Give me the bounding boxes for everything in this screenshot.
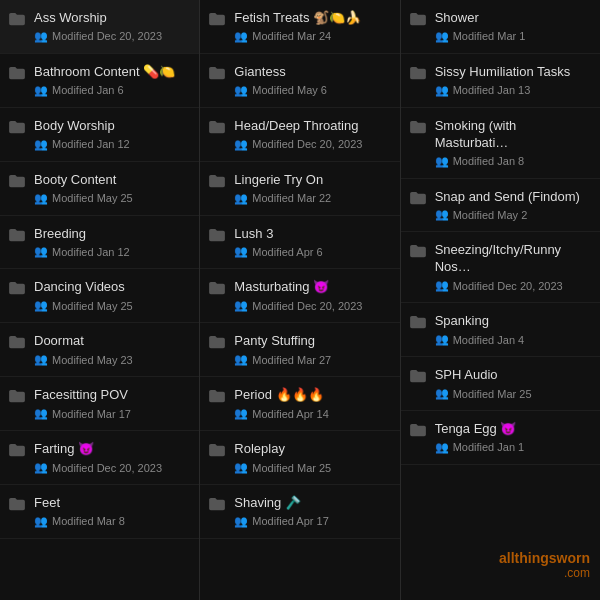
item-title: Fetish Treats 🐒🍋🍌 <box>234 10 391 27</box>
item-content: Sneezing/Itchy/Runny Nos…👥Modified Dec 2… <box>435 242 592 292</box>
list-item[interactable]: Head/Deep Throating👥Modified Dec 20, 202… <box>200 108 399 162</box>
list-item[interactable]: Breeding👥Modified Jan 12 <box>0 216 199 270</box>
list-item[interactable]: Doormat👥Modified May 23 <box>0 323 199 377</box>
list-item[interactable]: Feet👥Modified Mar 8 <box>0 485 199 539</box>
list-item[interactable]: Body Worship👥Modified Jan 12 <box>0 108 199 162</box>
item-title: Sissy Humiliation Tasks <box>435 64 592 81</box>
item-title: Shaving 🪒 <box>234 495 391 512</box>
item-meta: 👥Modified Dec 20, 2023 <box>34 461 191 474</box>
item-meta: 👥Modified Mar 25 <box>435 387 592 400</box>
people-icon: 👥 <box>234 515 248 528</box>
item-modified-date: Modified Apr 17 <box>252 515 328 527</box>
list-item[interactable]: Lush 3👥Modified Apr 6 <box>200 216 399 270</box>
item-title: Feet <box>34 495 191 512</box>
item-content: Giantess👥Modified May 6 <box>234 64 391 97</box>
list-item[interactable]: Facesitting POV👥Modified Mar 17 <box>0 377 199 431</box>
folder-icon <box>8 66 26 80</box>
item-title: Masturbating 😈 <box>234 279 391 296</box>
people-icon: 👥 <box>34 299 48 312</box>
item-modified-date: Modified Mar 27 <box>252 354 331 366</box>
item-title: Facesitting POV <box>34 387 191 404</box>
item-title: Roleplay <box>234 441 391 458</box>
item-content: Lingerie Try On👥Modified Mar 22 <box>234 172 391 205</box>
people-icon: 👥 <box>34 138 48 151</box>
item-modified-date: Modified Mar 8 <box>52 515 125 527</box>
list-item[interactable]: Bathroom Content 💊🍋👥Modified Jan 6 <box>0 54 199 108</box>
list-item[interactable]: Masturbating 😈👥Modified Dec 20, 2023 <box>200 269 399 323</box>
list-item[interactable]: Shaving 🪒👥Modified Apr 17 <box>200 485 399 539</box>
list-item[interactable]: Snap and Send (Findom)👥Modified May 2 <box>401 179 600 233</box>
list-item[interactable]: Ass Worship👥Modified Dec 20, 2023 <box>0 0 199 54</box>
folder-icon <box>8 281 26 295</box>
list-item[interactable]: SPH Audio👥Modified Mar 25 <box>401 357 600 411</box>
list-item[interactable]: Roleplay👥Modified Mar 25 <box>200 431 399 485</box>
folder-icon <box>409 12 427 26</box>
item-content: Smoking (with Masturbati…👥Modified Jan 8 <box>435 118 592 168</box>
item-title: Smoking (with Masturbati… <box>435 118 592 152</box>
people-icon: 👥 <box>234 84 248 97</box>
item-meta: 👥Modified Mar 22 <box>234 192 391 205</box>
list-item[interactable]: Giantess👥Modified May 6 <box>200 54 399 108</box>
item-title: Breeding <box>34 226 191 243</box>
item-title: Ass Worship <box>34 10 191 27</box>
item-modified-date: Modified Dec 20, 2023 <box>52 462 162 474</box>
item-meta: 👥Modified Jan 1 <box>435 441 592 454</box>
item-content: Booty Content👥Modified May 25 <box>34 172 191 205</box>
item-title: Panty Stuffing <box>234 333 391 350</box>
item-modified-date: Modified Jan 6 <box>52 84 124 96</box>
item-modified-date: Modified Mar 22 <box>252 192 331 204</box>
item-meta: 👥Modified Mar 1 <box>435 30 592 43</box>
item-modified-date: Modified Mar 24 <box>252 30 331 42</box>
folder-icon <box>409 315 427 329</box>
item-meta: 👥Modified Mar 25 <box>234 461 391 474</box>
item-content: Dancing Videos👥Modified May 25 <box>34 279 191 312</box>
list-item[interactable]: Smoking (with Masturbati…👥Modified Jan 8 <box>401 108 600 179</box>
item-meta: 👥Modified Apr 14 <box>234 407 391 420</box>
list-item[interactable]: Shower👥Modified Mar 1 <box>401 0 600 54</box>
item-content: Panty Stuffing👥Modified Mar 27 <box>234 333 391 366</box>
item-modified-date: Modified Mar 1 <box>453 30 526 42</box>
list-item[interactable]: Dancing Videos👥Modified May 25 <box>0 269 199 323</box>
folder-icon <box>208 228 226 242</box>
list-item[interactable]: Fetish Treats 🐒🍋🍌👥Modified Mar 24 <box>200 0 399 54</box>
people-icon: 👥 <box>234 138 248 151</box>
folder-icon <box>208 66 226 80</box>
item-content: Feet👥Modified Mar 8 <box>34 495 191 528</box>
list-item[interactable]: Sneezing/Itchy/Runny Nos…👥Modified Dec 2… <box>401 232 600 303</box>
item-meta: 👥Modified Jan 4 <box>435 333 592 346</box>
people-icon: 👥 <box>34 461 48 474</box>
list-item[interactable]: Spanking👥Modified Jan 4 <box>401 303 600 357</box>
columns-container: Ass Worship👥Modified Dec 20, 2023Bathroo… <box>0 0 600 600</box>
item-meta: 👥Modified Dec 20, 2023 <box>34 30 191 43</box>
people-icon: 👥 <box>435 387 449 400</box>
item-title: Spanking <box>435 313 592 330</box>
column-2: Fetish Treats 🐒🍋🍌👥Modified Mar 24Giantes… <box>200 0 400 600</box>
list-item[interactable]: Period 🔥🔥🔥👥Modified Apr 14 <box>200 377 399 431</box>
item-meta: 👥Modified Jan 6 <box>34 84 191 97</box>
item-title: Shower <box>435 10 592 27</box>
item-meta: 👥Modified May 23 <box>34 353 191 366</box>
list-item[interactable]: Panty Stuffing👥Modified Mar 27 <box>200 323 399 377</box>
item-meta: 👥Modified Dec 20, 2023 <box>234 299 391 312</box>
item-title: Lush 3 <box>234 226 391 243</box>
item-meta: 👥Modified May 25 <box>34 192 191 205</box>
item-content: Period 🔥🔥🔥👥Modified Apr 14 <box>234 387 391 420</box>
item-meta: 👥Modified May 6 <box>234 84 391 97</box>
item-title: Snap and Send (Findom) <box>435 189 592 206</box>
item-modified-date: Modified May 2 <box>453 209 528 221</box>
item-meta: 👥Modified Jan 12 <box>34 245 191 258</box>
item-meta: 👥Modified Apr 6 <box>234 245 391 258</box>
item-title: Head/Deep Throating <box>234 118 391 135</box>
list-item[interactable]: Lingerie Try On👥Modified Mar 22 <box>200 162 399 216</box>
item-title: Doormat <box>34 333 191 350</box>
list-item[interactable]: Tenga Egg 😈👥Modified Jan 1 <box>401 411 600 465</box>
list-item[interactable]: Farting 😈👥Modified Dec 20, 2023 <box>0 431 199 485</box>
folder-icon <box>409 369 427 383</box>
item-meta: 👥Modified Dec 20, 2023 <box>234 138 391 151</box>
folder-icon <box>8 443 26 457</box>
item-title: Lingerie Try On <box>234 172 391 189</box>
people-icon: 👥 <box>234 353 248 366</box>
folder-icon <box>208 497 226 511</box>
list-item[interactable]: Sissy Humiliation Tasks👥Modified Jan 13 <box>401 54 600 108</box>
list-item[interactable]: Booty Content👥Modified May 25 <box>0 162 199 216</box>
